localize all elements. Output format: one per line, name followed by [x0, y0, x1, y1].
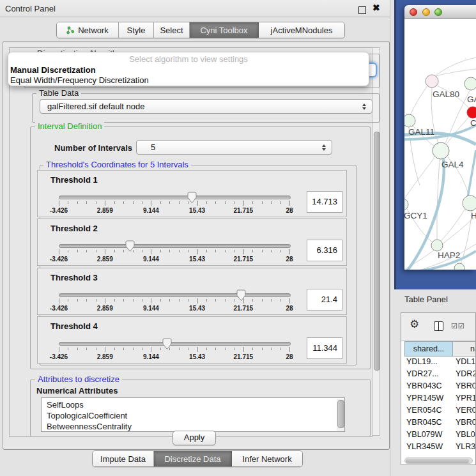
- table-panel: ⚙ ☑☑ shared... na YDL19...YDL1YDR27...YD…: [401, 312, 476, 465]
- table-row[interactable]: YBL079WYBL0: [401, 430, 475, 442]
- slider-tick-labels: -3.4262.8599.14415.4321.71528: [38, 207, 346, 215]
- float-window-icon[interactable]: [358, 6, 366, 14]
- threshold-label: Threshold 1: [50, 175, 98, 185]
- slider-handle[interactable]: [162, 338, 172, 350]
- slider-track[interactable]: [59, 196, 291, 199]
- network-node-hap2[interactable]: [431, 240, 443, 251]
- panel-title: Control Panel: [5, 4, 56, 13]
- table-rows: YDL19...YDL1YDR27...YDR2YBR043CYBR0YPR14…: [401, 357, 475, 451]
- numerical-attributes-label: Numerical Attributes: [36, 386, 118, 395]
- network-node-gal4[interactable]: [433, 142, 449, 159]
- node-label-gal80: GAL80: [433, 89, 459, 99]
- tab-label: Network: [78, 26, 109, 35]
- network-node-c[interactable]: [467, 107, 476, 118]
- minimize-traffic-light-icon[interactable]: [422, 8, 430, 16]
- column-header-name[interactable]: na: [453, 341, 476, 357]
- tab-impute-data[interactable]: Impute Data: [93, 451, 154, 466]
- numerical-attributes-list[interactable]: SelfLoopsTopologicalCoefficientBetweenne…: [41, 397, 345, 432]
- node-label-hap2: HAP2: [438, 250, 460, 260]
- node-label-gal4: GAL4: [441, 160, 464, 169]
- stepper-arrows-icon: [322, 144, 326, 151]
- network-node-gcy1[interactable]: [404, 199, 408, 210]
- tab-label: jActiveMNodules: [271, 26, 333, 35]
- network-node-gal80[interactable]: [426, 75, 438, 88]
- tab-select[interactable]: Select: [154, 22, 190, 38]
- list-scrollbar[interactable]: [337, 399, 344, 431]
- threshold-label: Threshold 2: [50, 224, 98, 233]
- threshold-value-box[interactable]: 11.344: [307, 337, 342, 359]
- network-node-ga[interactable]: [464, 77, 476, 90]
- tab-network[interactable]: Network: [57, 22, 119, 38]
- node-label-h: H: [471, 211, 476, 220]
- checkboxes-icon[interactable]: ☑☑: [451, 322, 465, 330]
- table-panel-title: Table Panel: [404, 295, 448, 304]
- threshold-row-1: Threshold 1-3.4262.8599.14415.4321.71528…: [37, 170, 347, 217]
- panel-divider: [390, 0, 390, 476]
- table-row[interactable]: YPR145WYPR1: [401, 394, 475, 406]
- number-of-intervals-combobox[interactable]: 5: [136, 140, 332, 155]
- slider-ticks: [59, 249, 289, 255]
- algorithm-option-equal-width-frequency-discretization[interactable]: Equal Width/Frequency Discretization: [10, 75, 149, 85]
- slider-track[interactable]: [59, 342, 291, 346]
- vertical-scrollbar-thumb[interactable]: [374, 132, 380, 371]
- attributes-group-label: Attributes to discretize: [35, 375, 122, 384]
- slider-ticks: [59, 298, 289, 304]
- table-row[interactable]: YLR345WYLR3: [401, 442, 475, 451]
- cell-name: YBR0: [456, 418, 475, 427]
- stepper-arrows-icon: [362, 104, 366, 110]
- table-data-label: Table Data: [36, 89, 81, 98]
- cell-name: YLR3: [456, 442, 475, 451]
- close-traffic-light-icon[interactable]: [410, 8, 417, 16]
- list-scrollbar-thumb[interactable]: [337, 400, 344, 428]
- tab-label: Infer Network: [242, 454, 291, 464]
- network-node-h[interactable]: [463, 196, 476, 211]
- network-node-gal11[interactable]: [404, 114, 415, 127]
- slider-handle[interactable]: [187, 192, 197, 204]
- node-label-ga: GA: [467, 95, 476, 104]
- network-node[interactable]: [454, 263, 464, 270]
- cell-name: YDR2: [456, 369, 475, 378]
- tab-jactivemnodules[interactable]: jActiveMNodules: [259, 22, 344, 38]
- table-data-combobox[interactable]: galFiltered.sif default node: [40, 99, 372, 114]
- slider-ticks: [59, 201, 289, 206]
- gear-icon[interactable]: ⚙: [410, 319, 419, 330]
- threshold-value-box[interactable]: 6.316: [307, 240, 342, 261]
- table-row[interactable]: YDL19...YDL1: [401, 357, 475, 369]
- apply-button[interactable]: Apply: [173, 431, 216, 445]
- tab-style[interactable]: Style: [119, 22, 154, 38]
- table-row[interactable]: YER054CYER0: [401, 406, 475, 418]
- attribute-item-selfloops[interactable]: SelfLoops: [47, 400, 84, 411]
- table-row[interactable]: YBR045CYBR0: [401, 418, 475, 430]
- slider-ticks: [59, 347, 289, 353]
- zoom-traffic-light-icon[interactable]: [434, 8, 442, 16]
- tab-discretize-data[interactable]: Discretize Data: [154, 451, 232, 466]
- network-view-window[interactable]: GAL80GACGAL11GAL4GCY1HHAP2: [404, 5, 476, 270]
- slider-handle[interactable]: [125, 240, 135, 252]
- horizontal-scrollbar[interactable]: [404, 457, 473, 464]
- network-window-titlebar[interactable]: [404, 5, 476, 19]
- threshold-value-box[interactable]: 21.4: [307, 289, 342, 311]
- close-icon[interactable]: ✖: [372, 3, 380, 13]
- network-icon: [66, 26, 75, 35]
- column-header-shared-name[interactable]: shared...: [404, 341, 453, 357]
- tab-infer-network[interactable]: Infer Network: [232, 451, 302, 466]
- horizontal-scrollbar-thumb[interactable]: [406, 459, 469, 463]
- cell-shared-name: YBR045C: [406, 418, 442, 427]
- slider-handle[interactable]: [236, 289, 246, 302]
- node-label-gal11: GAL11: [408, 127, 434, 137]
- columns-icon[interactable]: [434, 321, 443, 331]
- cell-shared-name: YDR27...: [406, 369, 439, 378]
- slider-track[interactable]: [59, 244, 291, 248]
- threshold-value-box[interactable]: 14.713: [307, 191, 342, 213]
- threshold-label: Threshold 4: [50, 321, 98, 331]
- attribute-item-topologicalcoefficient[interactable]: TopologicalCoefficient: [47, 411, 127, 422]
- algorithm-option-manual-discretization[interactable]: Manual Discretization: [10, 65, 96, 75]
- network-canvas[interactable]: GAL80GACGAL11GAL4GCY1HHAP2: [404, 19, 476, 270]
- cell-name: YPR1: [456, 394, 475, 403]
- slider-track[interactable]: [59, 293, 291, 297]
- tab-cyni-toolbox[interactable]: Cyni Toolbox: [190, 22, 259, 38]
- attribute-item-betweennesscentrality[interactable]: BetweennessCentrality: [47, 422, 132, 432]
- interval-definition-label: Interval Definition: [35, 122, 104, 131]
- table-row[interactable]: YBR043CYBR0: [401, 381, 475, 394]
- table-row[interactable]: YDR27...YDR2: [401, 369, 475, 381]
